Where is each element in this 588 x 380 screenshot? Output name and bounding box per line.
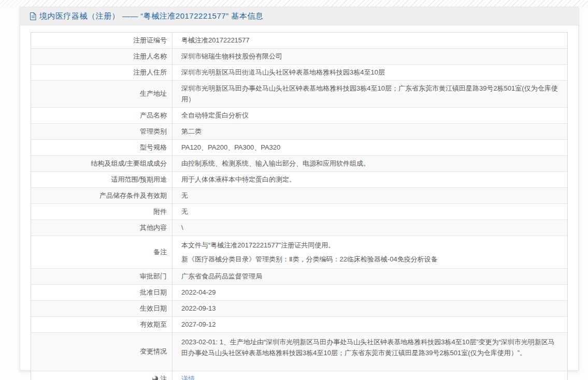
row-label: 审批部门 <box>31 269 173 284</box>
row-value-text: 无 <box>181 206 188 217</box>
row-label-text: 管理类别 <box>140 127 167 136</box>
row-label-text: 生效日期 <box>140 304 167 313</box>
row-value: 本文件与“粤械注准20172221577”注册证共同使用。新《医疗器械分类目录》… <box>173 236 567 268</box>
row-label: 批准日期 <box>31 285 173 300</box>
note-dot-icon <box>152 376 158 380</box>
table-row: 批准日期2022-04-29 <box>31 285 567 301</box>
row-label-text: 注 <box>160 374 167 380</box>
row-label-text: 变更情况 <box>140 347 167 356</box>
row-value: 2022-04-29 <box>173 285 567 300</box>
row-value: 深圳市光明新区马田街道马山头社区钟表基地格雅科技园3栋4至10层 <box>173 65 567 80</box>
table-row: 其他内容\ <box>31 220 567 236</box>
row-label-text: 型号规格 <box>140 143 167 152</box>
row-value: 全自动特定蛋白分析仪 <box>173 108 567 123</box>
table-row: 有效期至2027-09-12 <box>31 317 567 333</box>
details-link[interactable]: 详情 <box>181 373 195 380</box>
row-value: 2027-09-12 <box>173 317 567 332</box>
row-value-text: 深圳市光明新区马田街道马山头社区钟表基地格雅科技园3栋4至10层 <box>181 67 385 78</box>
row-value-text: 第二类 <box>181 126 202 137</box>
row-label: 注册证编号 <box>31 33 173 48</box>
table-row: 备注本文件与“粤械注准20172221577”注册证共同使用。新《医疗器械分类目… <box>31 236 567 269</box>
row-label: 产品名称 <box>31 108 173 123</box>
row-label: 备注 <box>31 236 173 268</box>
page-top-stripe-pattern <box>0 0 588 7</box>
row-value: 广东省食品药品监督管理局 <box>173 269 567 284</box>
table-row: 生产地址深圳市光明新区马田办事处马山头社区钟表基地格雅科技园3栋4至10层；广东… <box>31 81 567 108</box>
row-value: 由控制系统、检测系统、输入输出部分、电源和应用软件组成。 <box>173 156 567 171</box>
row-label: 管理类别 <box>31 124 173 139</box>
table-row: 型号规格PA120、PA200、PA300、PA320 <box>31 140 567 156</box>
row-label: 注册人名称 <box>31 49 173 64</box>
table-row: 管理类别第二类 <box>31 124 567 140</box>
row-value-line: 本文件与“粤械注准20172221577”注册证共同使用。 <box>181 238 335 252</box>
row-value-text: 2022-09-13 <box>181 303 216 314</box>
table-row: 生效日期2022-09-13 <box>31 301 567 317</box>
row-label: 注册人住所 <box>31 65 173 80</box>
row-label-text: 有效期至 <box>140 320 167 329</box>
table-row: 附件无 <box>31 204 567 220</box>
row-value-text: 粤械注准20172221577 <box>181 35 250 46</box>
row-value-text: 无 <box>181 190 188 201</box>
row-label-text: 适用范围/预期用途 <box>111 175 167 184</box>
page-title: 境内医疗器械（注册） —— “粤械注准20172221577” 基本信息 <box>39 11 263 21</box>
row-value: 无 <box>173 188 567 203</box>
row-value-text: PA120、PA200、PA300、PA320 <box>181 142 280 153</box>
row-label-text: 其他内容 <box>140 223 167 232</box>
row-value: PA120、PA200、PA300、PA320 <box>173 140 567 155</box>
row-value-text: 广东省食品药品监督管理局 <box>181 271 262 282</box>
row-value-text: 2022-04-29 <box>181 287 216 298</box>
row-label: 其他内容 <box>31 220 173 236</box>
row-value: 深圳市锦瑞生物科技股份有限公司 <box>173 49 567 64</box>
row-value: 用于人体体液样本中特定蛋白的测定。 <box>173 172 567 187</box>
table-row: 适用范围/预期用途用于人体体液样本中特定蛋白的测定。 <box>31 172 567 188</box>
row-label-text: 备注 <box>153 247 167 257</box>
row-label-text: 附件 <box>153 207 167 216</box>
info-table: 注册证编号粤械注准20172221577注册人名称深圳市锦瑞生物科技股份有限公司… <box>31 32 568 380</box>
row-value: 深圳市光明新区马田办事处马山头社区钟表基地格雅科技园3栋4至10层；广东省东莞市… <box>173 81 567 107</box>
row-value: 无 <box>173 204 567 220</box>
row-value-text: \ <box>181 222 183 233</box>
row-value-text: 全自动特定蛋白分析仪 <box>181 110 249 121</box>
row-value-text: 深圳市光明新区马田办事处马山头社区钟表基地格雅科技园3栋4至10层；广东省东莞市… <box>181 83 560 105</box>
row-label: 有效期至 <box>31 317 173 332</box>
row-label: 适用范围/预期用途 <box>31 172 173 187</box>
row-value: 2022-09-13 <box>173 301 567 316</box>
row-label: 变更情况 <box>31 333 173 371</box>
row-value-text: 用于人体体液样本中特定蛋白的测定。 <box>181 174 296 185</box>
row-value: 粤械注准20172221577 <box>173 33 567 48</box>
card-body: 注册证编号粤械注准20172221577注册人名称深圳市锦瑞生物科技股份有限公司… <box>20 25 578 380</box>
row-label: 注 <box>31 371 173 380</box>
document-icon <box>30 12 36 20</box>
row-label: 型号规格 <box>31 140 173 155</box>
row-value-line: 新《医疗器械分类目录》管理类别：Ⅱ类，分类编码：22临床检验器械-04免疫分析设… <box>181 252 438 266</box>
row-label: 生产地址 <box>31 81 173 107</box>
row-label-text: 注册证编号 <box>133 36 167 45</box>
row-label-text: 生产地址 <box>140 89 167 98</box>
table-row: 审批部门广东省食品药品监督管理局 <box>31 269 567 285</box>
table-row: 产品名称全自动特定蛋白分析仪 <box>31 108 567 124</box>
row-label: 结构及组成/主要组成成分 <box>31 156 173 171</box>
table-row: 注册人住所深圳市光明新区马田街道马山头社区钟表基地格雅科技园3栋4至10层 <box>31 65 567 81</box>
row-label: 产品储存条件及有效期 <box>31 188 173 203</box>
table-row: 结构及组成/主要组成成分由控制系统、检测系统、输入输出部分、电源和应用软件组成。 <box>31 156 567 172</box>
row-value-text: 2023-02-01: 1、生产地址由“深圳市光明新区马田办事处马山头社区钟表基… <box>181 337 560 359</box>
row-label-text: 产品名称 <box>140 111 167 120</box>
row-label-text: 审批部门 <box>140 272 167 281</box>
card-header: 境内医疗器械（注册） —— “粤械注准20172221577” 基本信息 <box>20 7 578 25</box>
row-label: 生效日期 <box>31 301 173 316</box>
row-value-text: 深圳市锦瑞生物科技股份有限公司 <box>181 51 282 62</box>
row-value-text: 2027-09-12 <box>181 319 216 330</box>
row-label-text: 批准日期 <box>140 288 167 297</box>
row-label: 附件 <box>31 204 173 220</box>
table-row: 注册人名称深圳市锦瑞生物科技股份有限公司 <box>31 49 567 65</box>
table-row: 注册证编号粤械注准20172221577 <box>31 33 567 49</box>
row-label-text: 结构及组成/主要组成成分 <box>91 159 167 168</box>
row-label-text: 注册人住所 <box>133 68 167 77</box>
row-value: 详情 <box>173 371 567 380</box>
registration-info-card: 境内医疗器械（注册） —— “粤械注准20172221577” 基本信息 注册证… <box>20 7 579 371</box>
row-value: 2023-02-01: 1、生产地址由“深圳市光明新区马田办事处马山头社区钟表基… <box>173 333 567 371</box>
row-value: \ <box>173 220 567 236</box>
table-row: 产品储存条件及有效期无 <box>31 188 567 204</box>
row-label-text: 产品储存条件及有效期 <box>99 191 167 200</box>
row-value: 第二类 <box>173 124 567 139</box>
